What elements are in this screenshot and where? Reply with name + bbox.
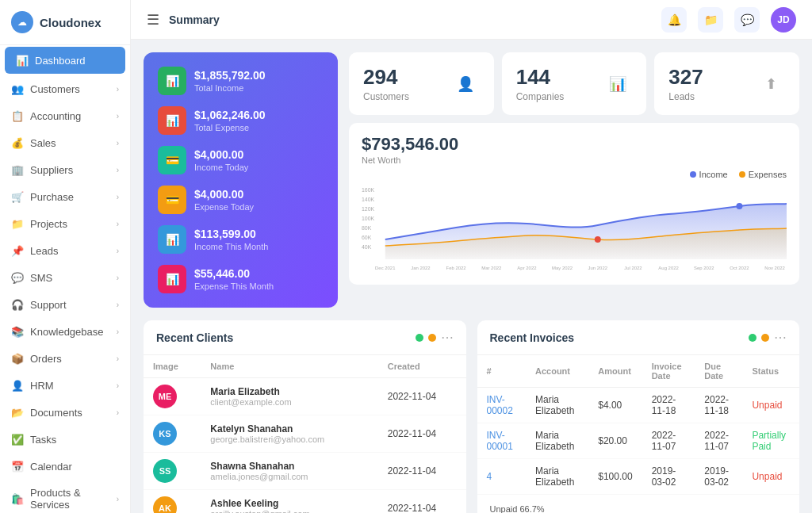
chevron-icon: › <box>117 193 119 201</box>
status-badge: Partially Paid <box>752 430 786 452</box>
col-invoice-date: Invoice Date <box>642 355 695 388</box>
sidebar-item-calendar[interactable]: 📅 Calendar <box>0 453 130 480</box>
invoice-due-cell: 2019-03-02 <box>695 459 742 495</box>
chart-area: $793,546.00 Net Worth Income Expenses <box>349 123 799 285</box>
sidebar-item-orders[interactable]: 📦 Orders › <box>0 345 130 372</box>
invoice-id-cell: 4 <box>477 459 527 495</box>
client-name: Maria Elizabeth <box>210 386 368 397</box>
sidebar-item-customers[interactable]: 👥 Customers › <box>0 75 130 102</box>
invoice-link[interactable]: INV-00001 <box>487 430 513 452</box>
client-name: Shawna Shanahan <box>210 461 368 472</box>
invoice-amount-cell: $4.00 <box>588 388 642 423</box>
svg-text:140K: 140K <box>362 197 375 202</box>
card-expense-month: 📊 $55,446.00 Expense This Month <box>158 265 324 293</box>
sidebar-item-support[interactable]: 🎧 Support › <box>0 291 130 318</box>
customers-icon: 👥 <box>11 82 24 95</box>
status-badge: Unpaid <box>752 471 782 482</box>
purchase-icon: 🛒 <box>11 190 24 203</box>
sidebar-item-suppliers[interactable]: 🏢 Suppliers › <box>0 156 130 183</box>
col-status: Status <box>742 355 799 388</box>
files-icon[interactable]: 📁 <box>698 7 723 33</box>
sidebar-item-sales[interactable]: 💰 Sales › <box>0 129 130 156</box>
svg-text:80K: 80K <box>362 225 372 231</box>
sidebar-item-knowledgebase[interactable]: 📚 Knowledgebase › <box>0 318 130 345</box>
chevron-icon: › <box>117 354 119 363</box>
client-name-cell: Katelyn Shanahan george.balistreri@yahoo… <box>201 415 377 453</box>
table-row[interactable]: INV-00001 Maria Elizabeth $20.00 2022-11… <box>477 423 800 459</box>
user-avatar[interactable]: JD <box>771 7 796 33</box>
table-row[interactable]: AK Ashlee Keeling oreilly.austen@gmail.c… <box>144 490 466 514</box>
clients-orange-dot[interactable] <box>428 334 436 342</box>
total-expense-label: Total Expense <box>194 123 266 132</box>
income-legend-label: Income <box>699 170 728 179</box>
client-created-cell: 2022-11-04 <box>378 378 466 415</box>
col-image: Image <box>144 355 201 378</box>
status-badge: Unpaid <box>752 400 782 411</box>
sidebar-item-sms[interactable]: 💬 SMS › <box>0 264 130 291</box>
projects-icon: 📁 <box>11 217 24 230</box>
chevron-icon: › <box>117 408 119 417</box>
table-row[interactable]: 4 Maria Elizabeth $100.00 2019-03-02 201… <box>477 459 800 495</box>
logo: ☁ Cloudonex <box>0 0 130 45</box>
income-month-label: Income This Month <box>194 242 268 251</box>
sidebar-item-tasks[interactable]: ✅ Tasks <box>0 426 130 453</box>
card-income-today: 💳 $4,000.00 Income Today <box>158 146 324 174</box>
svg-text:Jul 2022: Jul 2022 <box>624 266 642 270</box>
notifications-icon[interactable]: 🔔 <box>661 7 687 33</box>
sidebar-label-orders: Orders <box>30 353 62 365</box>
sidebar-item-products[interactable]: 🛍️ Products & Services › <box>0 480 130 513</box>
sidebar-label-sales: Sales <box>30 137 56 149</box>
invoices-orange-dot[interactable] <box>761 334 769 342</box>
sidebar-item-leads[interactable]: 📌 Leads › <box>0 237 130 264</box>
total-income-label: Total Income <box>194 83 266 93</box>
content-area: 📊 $1,855,792.00 Total Income 📊 $1,062,24… <box>131 40 812 513</box>
table-row[interactable]: KS Katelyn Shanahan george.balistreri@ya… <box>144 415 466 453</box>
recent-invoices-panel: Recent Invoices ⋯ # Account Amount Invoi… <box>477 320 800 513</box>
sidebar-item-purchase[interactable]: 🛒 Purchase › <box>0 183 130 210</box>
sidebar-item-accounting[interactable]: 📋 Accounting › <box>0 102 130 129</box>
sidebar-label-hrm: HRM <box>30 380 54 392</box>
svg-text:May 2022: May 2022 <box>552 266 573 270</box>
client-email: george.balistreri@yahoo.com <box>210 435 368 444</box>
sidebar-item-projects[interactable]: 📁 Projects › <box>0 210 130 237</box>
sidebar-item-hrm[interactable]: 👤 HRM › <box>0 372 130 399</box>
stats-row: 294 Customers 👤 144 Companies 📊 <box>349 52 799 115</box>
invoices-more-button[interactable]: ⋯ <box>774 330 787 345</box>
clients-green-dot[interactable] <box>416 334 423 342</box>
col-name: Name <box>201 355 377 378</box>
messages-icon[interactable]: 💬 <box>734 7 760 33</box>
client-created-cell: 2022-11-04 <box>378 415 466 453</box>
invoices-green-dot[interactable] <box>749 334 756 342</box>
table-row[interactable]: ME Maria Elizabeth client@example.com 20… <box>144 378 466 415</box>
invoice-status-cell: Unpaid <box>742 459 799 495</box>
invoice-link[interactable]: 4 <box>487 471 492 482</box>
sidebar-label-dashboard: Dashboard <box>35 55 86 67</box>
sidebar-label-products: Products & Services <box>30 487 117 511</box>
svg-text:Feb 2022: Feb 2022 <box>446 266 467 270</box>
clients-more-button[interactable]: ⋯ <box>441 330 454 345</box>
orders-icon: 📦 <box>11 352 24 365</box>
chevron-icon: › <box>117 166 119 174</box>
sidebar-item-documents[interactable]: 📂 Documents › <box>0 399 130 426</box>
logo-icon: ☁ <box>11 11 33 33</box>
hamburger-icon[interactable]: ☰ <box>147 11 159 29</box>
invoices-panel-header: Recent Invoices ⋯ <box>477 320 800 355</box>
client-name-cell: Ashlee Keeling oreilly.austen@gmail.com <box>201 490 377 514</box>
summary-cards-panel: 📊 $1,855,792.00 Total Income 📊 $1,062,24… <box>144 52 338 308</box>
sidebar-label-purchase: Purchase <box>30 191 74 203</box>
leads-label: Leads <box>668 91 703 102</box>
hrm-icon: 👤 <box>11 379 24 392</box>
clients-panel-title: Recent Clients <box>156 331 233 344</box>
sidebar-item-dashboard[interactable]: 📊 Dashboard <box>5 47 125 74</box>
chevron-icon: › <box>117 112 119 121</box>
svg-text:100K: 100K <box>362 216 375 221</box>
client-image-cell: ME <box>144 378 201 415</box>
total-income-icon: 📊 <box>158 67 186 95</box>
table-row[interactable]: SS Shawna Shanahan amelia.jones@gmail.co… <box>144 453 466 490</box>
main-content: ☰ Summary 🔔 📁 💬 JD 📊 $1,855,792.00 Total… <box>131 0 812 513</box>
table-row[interactable]: INV-00002 Maria Elizabeth $4.00 2022-11-… <box>477 388 800 423</box>
documents-icon: 📂 <box>11 406 24 419</box>
invoice-link[interactable]: INV-00002 <box>487 394 513 416</box>
invoices-panel-title: Recent Invoices <box>490 331 575 344</box>
leads-number: 327 <box>668 65 703 90</box>
